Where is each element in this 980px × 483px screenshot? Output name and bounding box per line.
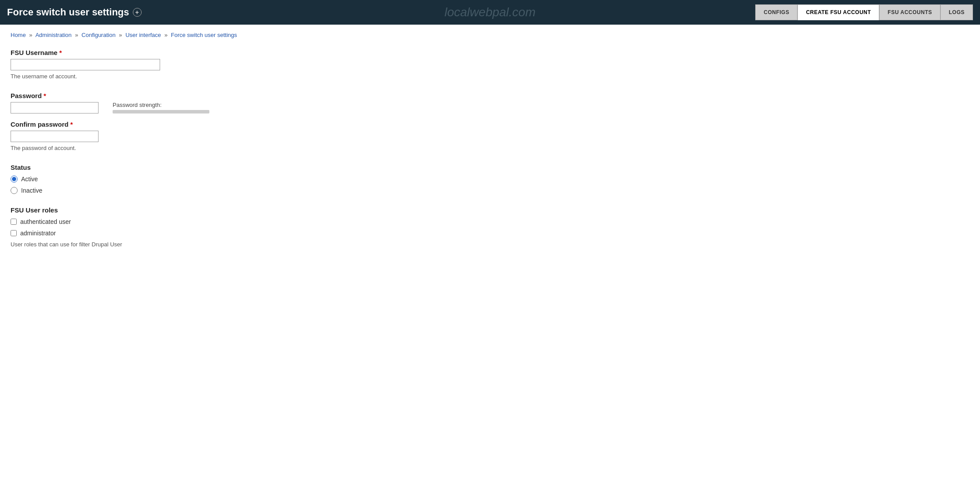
add-icon[interactable]: + <box>133 8 142 17</box>
header: Force switch user settings + localwebpal… <box>0 0 980 25</box>
tab-logs[interactable]: LOGS <box>940 4 973 20</box>
fsu-username-required: * <box>59 49 62 56</box>
role-administrator-checkbox[interactable] <box>11 230 17 236</box>
breadcrumb-force-switch[interactable]: Force switch user settings <box>171 32 237 38</box>
password-section: Password* Confirm password* Password str… <box>11 92 969 151</box>
fsu-user-roles-label: FSU User roles <box>11 206 969 214</box>
breadcrumb-home[interactable]: Home <box>11 32 26 38</box>
fsu-username-input[interactable] <box>11 59 160 70</box>
main-content: FSU Username* The username of account. P… <box>0 42 980 278</box>
fsu-user-roles-section: FSU User roles authenticated user admini… <box>11 206 969 248</box>
breadcrumb: Home » Administration » Configuration » … <box>0 25 980 42</box>
role-administrator-item[interactable]: administrator <box>11 230 969 237</box>
password-strength-section: Password strength: <box>113 92 209 113</box>
confirm-password-label: Confirm password* <box>11 121 99 128</box>
fsu-username-section: FSU Username* The username of account. <box>11 49 969 80</box>
confirm-password-required: * <box>70 121 73 128</box>
status-inactive-label: Inactive <box>21 187 42 194</box>
breadcrumb-configuration[interactable]: Configuration <box>81 32 115 38</box>
tab-create-fsu-account[interactable]: CREATE FSU ACCOUNT <box>797 4 879 20</box>
header-title: Force switch user settings + <box>7 7 142 18</box>
breadcrumb-sep-3: » <box>119 32 122 38</box>
status-active-item[interactable]: Active <box>11 176 969 183</box>
role-authenticated-item[interactable]: authenticated user <box>11 218 969 225</box>
password-fields: Password* Confirm password* <box>11 92 99 142</box>
status-inactive-item[interactable]: Inactive <box>11 187 969 194</box>
password-strength-bar-container <box>113 110 209 113</box>
roles-description: User roles that can use for filter Drupa… <box>11 241 969 248</box>
tab-configs[interactable]: CONFIGS <box>755 4 797 20</box>
watermark: localwebpal.com <box>445 5 536 19</box>
header-tabs: CONFIGS CREATE FSU ACCOUNT FSU ACCOUNTS … <box>755 4 973 20</box>
breadcrumb-user-interface[interactable]: User interface <box>125 32 161 38</box>
status-active-radio[interactable] <box>11 176 18 183</box>
role-authenticated-label: authenticated user <box>20 218 71 225</box>
password-required: * <box>44 92 46 99</box>
password-input[interactable] <box>11 102 99 113</box>
breadcrumb-administration[interactable]: Administration <box>35 32 71 38</box>
status-section: Status Active Inactive <box>11 164 969 194</box>
password-label: Password* <box>11 92 99 99</box>
confirm-password-input[interactable] <box>11 131 99 142</box>
page-title-text: Force switch user settings <box>7 7 129 18</box>
fsu-username-label: FSU Username* <box>11 49 969 56</box>
fsu-username-description: The username of account. <box>11 73 969 80</box>
status-inactive-radio[interactable] <box>11 187 18 194</box>
role-authenticated-checkbox[interactable] <box>11 219 17 225</box>
breadcrumb-sep-1: » <box>29 32 32 38</box>
password-row: Password* Confirm password* Password str… <box>11 92 969 142</box>
role-administrator-label: administrator <box>20 230 56 237</box>
status-active-label: Active <box>21 176 38 183</box>
breadcrumb-sep-4: » <box>165 32 168 38</box>
status-label: Status <box>11 164 969 171</box>
tab-fsu-accounts[interactable]: FSU ACCOUNTS <box>879 4 940 20</box>
confirm-password-description: The password of account. <box>11 145 969 151</box>
password-strength-label: Password strength: <box>113 102 209 108</box>
breadcrumb-sep-2: » <box>75 32 78 38</box>
